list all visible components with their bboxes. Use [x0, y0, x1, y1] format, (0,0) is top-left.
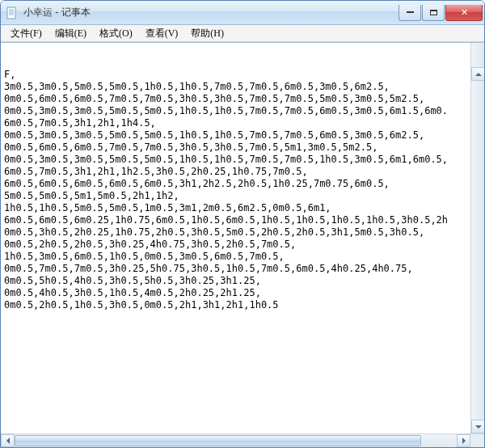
- arrow-right-icon: [462, 437, 466, 444]
- menu-file[interactable]: 文件(F): [4, 25, 48, 42]
- text-line: 6m0.5,6m0.5,6m0.5,6m0.5,6m0.5,3h1,2h2.5,…: [4, 178, 481, 190]
- titlebar[interactable]: 小幸运 - 记事本: [1, 1, 484, 25]
- scroll-h-track[interactable]: [15, 434, 457, 447]
- text-line: 0m0.5,7m0.5,7m0.5,3h0.25,5h0.75,3h0.5,1h…: [4, 263, 481, 275]
- window-title: 小幸运 - 记事本: [23, 6, 398, 19]
- menubar: 文件(F) 编辑(E) 格式(O) 查看(V) 帮助(H): [1, 25, 484, 42]
- content-area: F,3m0.5,3m0.5,5m0.5,5m0.5,1h0.5,1h0.5,7m…: [1, 42, 484, 447]
- text-line: 0m0.5,6m0.5,6m0.5,7m0.5,7m0.5,3h0.5,3h0.…: [4, 142, 481, 154]
- text-line: 0m0.5,4h0.5,3h0.5,1h0.5,4m0.5,2h0.25,2h1…: [4, 287, 481, 299]
- horizontal-scrollbar[interactable]: [1, 433, 484, 447]
- notepad-window: 小幸运 - 记事本 文件(F) 编辑(E) 格式(O) 查看(V) 帮助(H) …: [0, 0, 485, 448]
- scroll-right-button[interactable]: [457, 434, 470, 447]
- text-line: 5m0.5,5m0.5,5m1,5m0.5,2h1,1h2,: [4, 190, 481, 202]
- maximize-icon: [430, 10, 437, 15]
- text-line: 0m0.5,2h0.5,2h0.5,3h0.25,4h0.75,3h0.5,2h…: [4, 239, 481, 251]
- text-line: 1h0.5,3m0.5,6m0.5,1h0.5,0m0.5,3m0.5,6m0.…: [4, 251, 481, 263]
- close-button[interactable]: [445, 5, 483, 21]
- arrow-left-icon: [6, 437, 10, 444]
- scroll-left-button[interactable]: [1, 434, 15, 447]
- arrow-up-icon: [475, 73, 482, 76]
- text-editor[interactable]: F,3m0.5,3m0.5,5m0.5,5m0.5,1h0.5,1h0.5,7m…: [1, 43, 484, 433]
- scroll-up-button[interactable]: [471, 67, 484, 81]
- menu-view[interactable]: 查看(V): [139, 25, 185, 42]
- text-line: 0m0.5,5h0.5,4h0.5,3h0.5,5h0.5,3h0.25,3h1…: [4, 275, 481, 287]
- minimize-icon: [407, 11, 414, 13]
- scroll-corner: [470, 434, 484, 447]
- close-icon: [461, 7, 468, 18]
- text-line: 0m0.5,2h0.5,1h0.5,3h0.5,0m0.5,2h1,3h1,2h…: [4, 299, 481, 311]
- menu-format[interactable]: 格式(O): [93, 25, 139, 42]
- vertical-scrollbar[interactable]: [470, 43, 484, 433]
- text-line: 0m0.5,3m0.5,3m0.5,5m0.5,5m0.5,1h0.5,1h0.…: [4, 129, 481, 142]
- text-line: F,: [4, 69, 481, 81]
- arrow-down-icon: [475, 425, 482, 429]
- text-line: 6m0.5,6m0.5,6m0.25,1h0.75,6m0.5,1h0.5,6m…: [4, 214, 481, 226]
- text-line: 1h0.5,1h0.5,5m0.5,5m0.5,1m0.5,3m1,2m0.5,…: [4, 202, 481, 214]
- text-line: 0m0.5,3m0.5,3m0.5,5m0.5,5m0.5,1h0.5,1h0.…: [4, 105, 481, 117]
- text-line: 0m0.5,3h0.5,2h0.25,1h0.75,2h0.5,3h0.5,5m…: [4, 226, 481, 239]
- minimize-button[interactable]: [399, 5, 421, 21]
- notepad-app-icon: [6, 6, 19, 19]
- window-controls: [398, 5, 483, 21]
- scroll-h-thumb[interactable]: [15, 435, 421, 446]
- menu-edit[interactable]: 编辑(E): [48, 25, 93, 42]
- text-line: 0m0.5,6m0.5,6m0.5,7m0.5,7m0.5,3h0.5,3h0.…: [4, 93, 481, 105]
- text-line: 0m0.5,3m0.5,3m0.5,5m0.5,5m0.5,1h0.5,1h0.…: [4, 154, 481, 166]
- scroll-down-button[interactable]: [471, 420, 484, 433]
- maximize-button[interactable]: [422, 5, 445, 21]
- text-line: 3m0.5,3m0.5,5m0.5,5m0.5,1h0.5,1h0.5,7m0.…: [4, 81, 481, 93]
- menu-help[interactable]: 帮助(H): [184, 25, 230, 42]
- text-line: 6m0.5,7m0.5,3h1,2h1,1h4.5,: [4, 117, 481, 129]
- text-line: 6m0.5,7m0.5,3h1,2h1,1h2.5,3h0.5,2h0.25,1…: [4, 166, 481, 178]
